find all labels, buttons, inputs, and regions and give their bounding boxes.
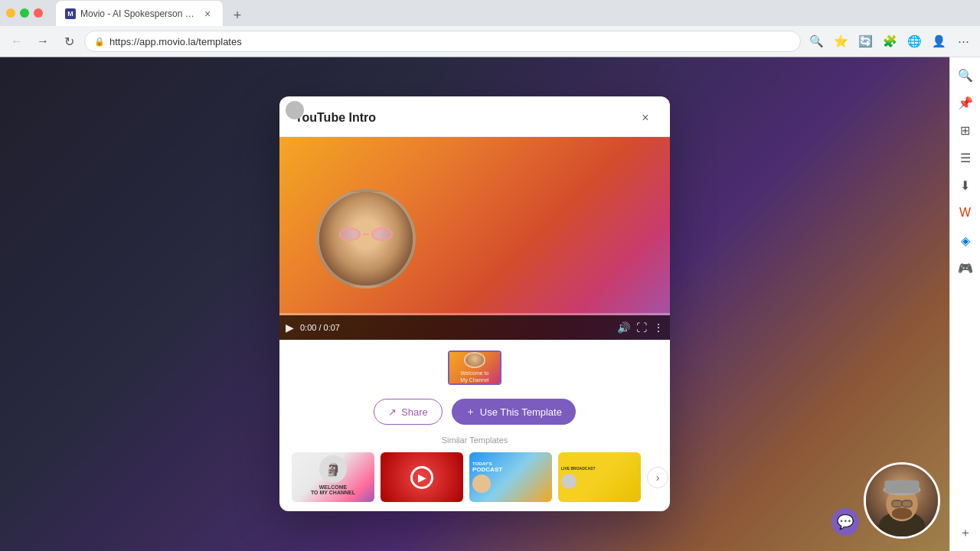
right-sidebar: 🔍 📌 ⊞ ☰ ⬇ W ◈ 🎮 ＋ [949,57,980,551]
new-tab-button[interactable]: + [227,5,248,26]
sidebar-list-icon[interactable]: ☰ [953,145,978,170]
similar-template-2[interactable]: ▶ [381,452,463,502]
webcam-figure-svg [866,462,938,539]
similar-templates-section: Similar Templates 🗿 WELCOMETO MY CHANNEL… [279,435,670,511]
svg-rect-3 [884,481,919,494]
toolbar-icons: 🔍 ⭐ 🔄 🧩 🌐 👤 ⋯ [805,31,974,52]
action-buttons: ↗ Share ＋ Use This Template [279,393,670,435]
volume-button[interactable]: 🔊 [617,321,630,334]
modal-header: YouTube Intro × [279,96,670,137]
tab-bar: M Movio - AI Spokesperson Video... × + [52,0,248,26]
modal-title: YouTube Intro [295,111,376,125]
maximize-button[interactable]: + [20,8,29,18]
sidebar-office-icon[interactable]: W [953,201,978,225]
edge-icon[interactable]: 🌐 [903,31,925,52]
search-icon[interactable]: 🔍 [805,31,827,52]
fullscreen-button[interactable]: ⛶ [636,321,647,334]
sidebar-pin-icon[interactable]: 📌 [953,90,978,115]
active-tab[interactable]: M Movio - AI Spokesperson Video... × [55,0,224,26]
sidebar-add-icon[interactable]: ＋ [953,520,978,545]
share-button[interactable]: ↗ Share [374,399,443,425]
plus-icon: ＋ [466,405,475,419]
chat-bubble-button[interactable]: 💬 [831,508,859,536]
video-controls: ▶ 0:00 / 0:07 🔊 ⛶ ⋮ [279,315,670,340]
tab-close-button[interactable]: × [201,8,214,20]
similar-template-4[interactable]: LIVE BROADCAST [558,452,641,502]
browser-titlebar: – + × M Movio - AI Spokesperson Video...… [0,0,980,26]
next-templates-button[interactable]: › [647,467,668,488]
refresh-button[interactable]: ↻ [58,31,80,52]
video-player: ▶ 0:00 / 0:07 🔊 ⛶ ⋮ [279,137,670,340]
lock-icon: 🔒 [94,37,105,47]
play-circle-icon: ▶ [410,466,433,489]
time-display: 0:00 / 0:07 [300,323,611,332]
sidebar-edge-icon[interactable]: ◈ [953,228,978,253]
thumbnail-1[interactable]: Welcome toMy Channel [448,350,501,385]
svg-point-9 [892,507,912,519]
refresh-alt-icon[interactable]: 🔄 [854,31,876,52]
menu-icon[interactable]: ⋯ [952,31,974,52]
template-modal: YouTube Intro × ▶ 0:00 / 0 [279,96,670,511]
similar-templates-grid: 🗿 WELCOMETO MY CHANNEL ▶ TODAY'S PODCAST [292,452,658,502]
address-bar-row: ← → ↻ 🔒 https://app.movio.la/templates 🔍… [0,26,980,57]
minimize-button[interactable]: – [6,8,15,18]
forward-button[interactable]: → [32,31,54,52]
tab-title: Movio - AI Spokesperson Video... [80,8,197,19]
share-icon: ↗ [388,406,397,418]
chat-icon: 💬 [837,514,854,530]
webcam-overlay [864,462,940,539]
sidebar-search-icon[interactable]: 🔍 [953,63,978,87]
window-controls: – + × [6,8,43,18]
bookmark-star-icon[interactable]: ⭐ [830,31,851,52]
right-glass-lens [371,227,393,241]
glass-bridge [363,233,369,235]
browser-chrome: – + × M Movio - AI Spokesperson Video...… [0,0,980,57]
use-template-button[interactable]: ＋ Use This Template [452,399,576,425]
close-button[interactable]: × [34,8,43,18]
play-button[interactable]: ▶ [286,321,294,334]
modal-close-button[interactable]: × [636,109,655,127]
video-avatar [316,189,416,289]
address-bar[interactable]: 🔒 https://app.movio.la/templates [84,31,801,52]
similar-template-1[interactable]: 🗿 WELCOMETO MY CHANNEL [292,452,374,502]
left-glass-lens [339,227,361,241]
extensions-icon[interactable]: 🧩 [879,31,900,52]
url-text: https://app.movio.la/templates [109,36,791,47]
sidebar-games-icon[interactable]: 🎮 [953,256,978,280]
profile-icon[interactable]: 👤 [928,31,949,52]
sidebar-grid-icon[interactable]: ⊞ [953,118,978,142]
similar-templates-label: Similar Templates [292,435,658,445]
sidebar-download-icon[interactable]: ⬇ [953,173,978,197]
tab-favicon: M [65,8,76,19]
more-options-button[interactable]: ⋮ [653,321,664,334]
thumbnail-strip: Welcome toMy Channel [279,340,670,393]
webcam-person [866,465,938,536]
back-button[interactable]: ← [6,31,28,52]
modal-overlay[interactable]: YouTube Intro × ▶ 0:00 / 0 [0,57,949,551]
similar-template-3[interactable]: TODAY'S PODCAST [469,452,552,502]
